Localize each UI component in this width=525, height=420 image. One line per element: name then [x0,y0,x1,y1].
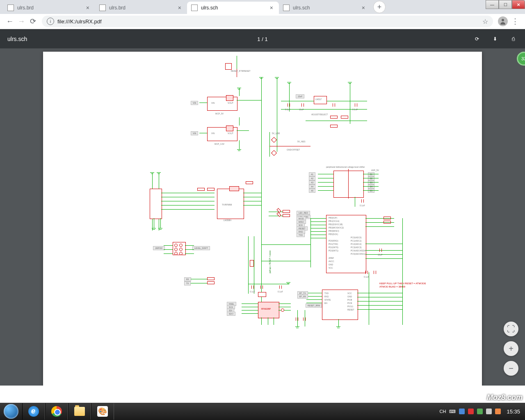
window-close[interactable]: ✕ [512,0,525,9]
close-icon[interactable]: × [86,5,89,11]
window-maximize[interactable]: ☐ [499,0,512,9]
chip-part [226,126,233,131]
label: 10uF [299,108,304,111]
tab-title: ulrs.brd [17,5,83,11]
wire [154,218,154,228]
system-tray[interactable]: CH ⌨ 15:35 [437,403,525,420]
wire [278,307,291,307]
wire [357,305,402,306]
net-label: SDO [227,312,235,316]
forward-button[interactable]: → [16,16,27,27]
net-label: VIN [191,101,198,105]
label: ADJUST/SELECT [311,113,328,116]
label: VOUT [228,102,233,104]
chip-rfm [258,302,279,318]
ime-indicator[interactable]: CH [440,409,446,414]
chip-reset [225,63,232,70]
antenna-pad [281,308,284,312]
net-label: VIN [191,131,198,135]
wire [161,193,215,193]
taskbar-paint[interactable] [91,403,114,420]
wire [357,293,402,293]
keyboard-icon[interactable]: ⌨ [449,409,456,414]
taskbar-chrome[interactable] [45,403,68,420]
annotation: KEEP PULL UP THEN RESET = ATMODE [379,282,426,285]
tray-icon[interactable] [468,409,474,414]
tab-0[interactable]: ulrs.brd× [3,2,95,14]
print-icon[interactable]: ⎙ [509,34,518,43]
wire [350,83,350,124]
site-info-icon[interactable]: i [47,18,54,25]
net-label: A1 [309,172,315,176]
wire [402,218,403,325]
chrome-icon [51,406,62,417]
tab-title: ulrs.sch [201,5,267,11]
zoom-out-button[interactable]: − [504,361,518,376]
net-label: B5 [368,189,374,193]
wire [357,297,402,297]
wire [318,178,333,178]
download-icon[interactable]: ⬇ [491,34,500,43]
wire [338,319,339,326]
tab-title: ulrs.sch [293,5,358,11]
clock[interactable]: 15:35 [504,409,523,415]
tray-icon[interactable] [495,409,501,414]
label: VOUT [228,132,233,135]
wire [248,236,249,294]
wire [278,304,291,304]
label: STATE [324,299,331,301]
profile-button[interactable] [498,16,508,26]
pad [179,248,183,251]
label: PB3(MOSI/OC2) [329,226,344,229]
capacitor [288,103,290,107]
tab-3[interactable]: ulrs.sch× [279,2,371,14]
zoom-in-button[interactable]: + [504,341,518,356]
wire [199,103,207,103]
capacitor [251,285,254,289]
bookmark-star-icon[interactable]: ☆ [482,18,488,25]
taskbar-ie[interactable] [22,403,45,420]
window-minimize[interactable]: — [486,0,499,9]
taskbar-explorer[interactable] [68,403,91,420]
close-icon[interactable]: × [178,5,181,11]
capacitor [301,103,304,107]
label: PC3(ADC3) [351,246,361,249]
wire [248,284,289,284]
wire [242,313,258,314]
resistor [207,188,215,191]
label: VIN [211,132,215,135]
tray-icon[interactable] [477,409,483,414]
net-label: B2 [368,176,374,180]
tray-icon[interactable] [459,409,465,414]
wire [310,231,326,232]
pdf-viewport[interactable]: RESET_IF78/RESET VIN VOUT MCP_5V VIN [0,48,525,386]
address-bar[interactable]: i file:///K:/ulrsRX.pdf ☆ [42,16,493,27]
wire [297,310,298,326]
gnd-symbol [287,82,291,84]
label: GND [329,263,333,266]
page-indicator[interactable]: 1 / 1 [257,36,267,42]
new-tab-button[interactable]: + [373,1,386,13]
taskbar: CH ⌨ 15:35 [0,403,525,420]
chrome-menu[interactable]: ⋮ [509,16,521,27]
label: PB5(SCK) [329,233,338,235]
rotate-icon[interactable]: ⟳ [472,34,482,43]
wire [348,169,349,199]
wire [310,218,311,267]
fit-page-button[interactable]: ⛶ [504,322,518,336]
start-button[interactable] [0,403,22,420]
label: TX/RFM98 [222,203,232,206]
close-icon[interactable]: × [270,5,273,11]
wire [243,201,261,201]
wire [161,201,215,201]
reload-button[interactable]: ⟳ [27,16,39,27]
back-button[interactable]: ← [4,16,16,27]
tab-1[interactable]: ulrs.brd× [95,2,187,14]
label: 5V_NEG [297,140,306,143]
label: AVR_5V [371,169,379,171]
label: PC1(ADC1) [351,240,361,242]
tray-icon[interactable] [486,409,492,414]
tab-2[interactable]: ulrs.sch× [187,2,279,14]
close-icon[interactable]: × [362,5,365,11]
tab-title: ulrs.brd [109,5,175,11]
